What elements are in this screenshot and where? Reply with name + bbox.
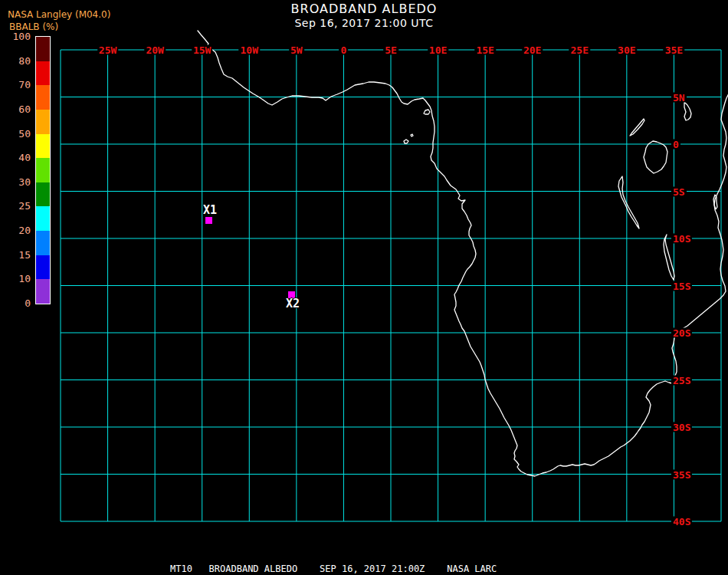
lon-label-10W: 10W <box>239 45 260 55</box>
lat-label-40S: 40S <box>671 517 692 527</box>
lon-label-10E: 10E <box>428 45 448 55</box>
lon-label-20W: 20W <box>144 45 165 55</box>
footer-caption: MT10 BROADBAND ALBEDO SEP 16, 2017 21:00… <box>170 564 497 574</box>
app-screen: BROADBAND ALBEDO Sep 16, 2017 21:00 UTC … <box>0 0 728 575</box>
lat-label-10S: 10S <box>671 234 692 244</box>
lake-turkana <box>684 102 691 120</box>
lat-label-0: 0 <box>671 140 680 150</box>
marker-square-x1 <box>205 217 212 224</box>
coastline-africa <box>198 31 728 476</box>
lat-label-5N: 5N <box>671 92 687 102</box>
lat-label-5S: 5S <box>671 186 687 196</box>
map-canvas <box>0 0 728 575</box>
map-grid <box>61 50 721 521</box>
lat-label-25S: 25S <box>671 375 692 385</box>
lake-victoria <box>644 141 667 173</box>
lon-label-5E: 5E <box>383 45 398 55</box>
lon-label-15W: 15W <box>192 45 212 55</box>
lake-albert <box>630 119 644 136</box>
marker-label-x2: X2 <box>286 298 300 310</box>
island-bioko <box>424 110 430 114</box>
lake-tanganyika <box>618 176 639 228</box>
lon-label-20E: 20E <box>522 45 543 55</box>
island-sao-tome <box>404 140 408 143</box>
island-zanzibar <box>713 195 717 209</box>
lat-label-15S: 15S <box>671 281 692 291</box>
island-principe <box>411 134 413 136</box>
lon-label-35E: 35E <box>664 45 684 55</box>
lon-label-5W: 5W <box>289 45 304 55</box>
lon-label-0: 0 <box>339 45 349 55</box>
lat-label-30S: 30S <box>671 422 692 432</box>
lon-label-30E: 30E <box>616 45 637 55</box>
lon-label-25W: 25W <box>97 45 118 55</box>
lon-label-25E: 25E <box>569 45 590 55</box>
lat-label-35S: 35S <box>671 469 692 479</box>
lat-label-20S: 20S <box>671 328 692 338</box>
lon-label-15E: 15E <box>474 45 495 55</box>
marker-label-x1: X1 <box>203 205 217 216</box>
